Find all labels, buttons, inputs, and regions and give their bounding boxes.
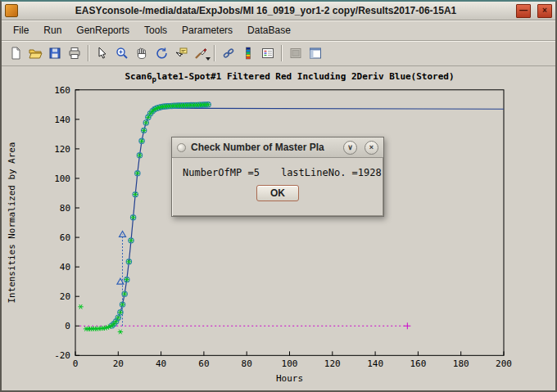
svg-text:0: 0 (65, 321, 70, 331)
rotate-icon (154, 46, 169, 61)
show-plot-tools-icon (308, 46, 323, 61)
window-titlebar[interactable]: EASYconsole-/media/data/ExpJobs/MI 16_09… (2, 2, 555, 20)
brush-button[interactable] (191, 43, 211, 63)
rotate-3d-button[interactable] (152, 43, 171, 63)
svg-text:60: 60 (198, 358, 209, 369)
number-of-mp-value: NumberOfMP =5 (183, 167, 260, 178)
insert-legend-button[interactable] (258, 43, 278, 63)
printer-icon (67, 46, 82, 61)
show-plot-tools-button[interactable] (306, 43, 325, 63)
svg-text:Intensities Normalized by Area: Intensities Normalized by Area (7, 142, 17, 304)
svg-text:-20: -20 (54, 350, 70, 361)
menu-tools[interactable]: Tools (138, 22, 174, 38)
svg-text:80: 80 (60, 203, 70, 214)
open-file-button[interactable] (25, 43, 45, 63)
hide-plot-tools-icon (288, 46, 303, 61)
svg-text:140: 140 (367, 358, 383, 369)
svg-text:40: 40 (60, 262, 70, 273)
svg-text:0: 0 (73, 358, 79, 369)
menu-parameters[interactable]: Parameters (175, 22, 239, 38)
svg-text:180: 180 (453, 358, 469, 369)
arrow-cursor-icon (95, 46, 110, 61)
svg-text:200: 200 (496, 358, 512, 369)
link-plot-button[interactable] (219, 43, 238, 63)
open-folder-icon (28, 46, 43, 61)
zoom-in-button[interactable] (112, 43, 132, 63)
menubar: File Run GenReports Tools Parameters Dat… (2, 20, 555, 41)
dialog-rollup-button[interactable]: ∨ (343, 141, 357, 155)
toolbar-separator (214, 45, 215, 61)
menu-run[interactable]: Run (37, 22, 68, 38)
toolbar (2, 41, 555, 66)
save-floppy-icon (48, 46, 62, 61)
svg-text:Hours: Hours (276, 373, 303, 384)
new-figure-icon (8, 46, 23, 61)
svg-text:40: 40 (156, 358, 166, 369)
dialog-check-number-of-master-plates: Check Number of Master Pla ∨ × NumberOfM… (171, 137, 384, 217)
app-icon (5, 4, 18, 17)
zoom-in-icon (115, 46, 129, 61)
toolbar-separator (88, 45, 89, 61)
new-figure-button[interactable] (6, 43, 25, 63)
minimize-button[interactable]: — (516, 4, 531, 18)
svg-text:120: 120 (54, 144, 70, 155)
hand-icon (134, 46, 149, 61)
svg-text:60: 60 (60, 232, 70, 243)
svg-text:140: 140 (54, 115, 70, 125)
dialog-title: Check Number of Master Pla (191, 142, 336, 153)
legend-icon (260, 46, 275, 61)
chart[interactable]: 020406080100120140160180200-200204060801… (2, 66, 555, 390)
svg-text:160: 160 (410, 358, 426, 369)
brush-dropdown-caret-icon[interactable] (206, 57, 211, 61)
menu-file[interactable]: File (7, 22, 35, 38)
hide-plot-tools-button[interactable] (286, 43, 306, 63)
menu-genreports[interactable]: GenReports (70, 22, 136, 38)
svg-text:Scan6plate1-Spot#1 Filtered Re: Scan6plate1-Spot#1 Filtered Red Includin… (125, 71, 454, 83)
figure-area: 020406080100120140160180200-200204060801… (2, 66, 555, 390)
svg-text:160: 160 (54, 85, 70, 96)
toolbar-separator (281, 45, 283, 61)
dialog-body: NumberOfMP =5 lastLineNo. =1928 OK (172, 158, 383, 201)
last-line-no-value: lastLineNo. =1928 (281, 167, 382, 178)
edit-plot-button[interactable] (93, 43, 112, 63)
save-figure-button[interactable] (45, 43, 65, 63)
dialog-close-button[interactable]: × (365, 141, 378, 155)
svg-text:20: 20 (113, 358, 124, 369)
svg-text:20: 20 (60, 291, 70, 302)
data-cursor-icon (174, 46, 188, 61)
dialog-message: NumberOfMP =5 lastLineNo. =1928 (183, 167, 373, 178)
link-chain-icon (221, 46, 236, 61)
insert-colorbar-button[interactable] (238, 43, 258, 63)
svg-text:80: 80 (242, 358, 252, 369)
dialog-icon (177, 143, 186, 152)
colorbar-icon (241, 46, 256, 61)
svg-text:100: 100 (54, 173, 70, 184)
data-cursor-button[interactable] (171, 43, 191, 63)
svg-text:100: 100 (282, 358, 298, 369)
dialog-titlebar[interactable]: Check Number of Master Pla ∨ × (172, 137, 383, 158)
print-figure-button[interactable] (65, 43, 84, 63)
close-button[interactable]: × (537, 4, 552, 18)
window-title: EASYconsole-/media/data/ExpJobs/MI 16_09… (22, 5, 509, 16)
menu-database[interactable]: DataBase (241, 22, 297, 38)
ok-button[interactable]: OK (256, 185, 299, 201)
svg-text:120: 120 (324, 358, 341, 369)
app-window: EASYconsole-/media/data/ExpJobs/MI 16_09… (0, 0, 557, 392)
pan-button[interactable] (132, 43, 152, 63)
